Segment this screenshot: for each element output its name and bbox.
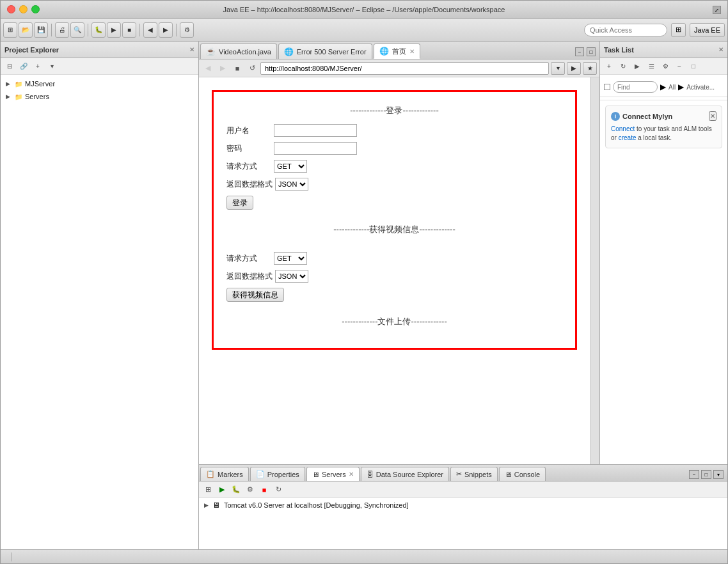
toolbar-debug-btn[interactable]: 🐛 <box>91 22 106 38</box>
connect-mylyn-header: i Connect Mylyn ✕ <box>611 111 716 121</box>
bottom-minimize-btn[interactable]: − <box>689 470 699 479</box>
editor-maximize-btn[interactable]: □ <box>587 47 596 56</box>
browser-forward-btn[interactable]: ▶ <box>216 62 229 75</box>
video-method-select[interactable]: GET POST <box>274 252 307 265</box>
bottom-tab-properties-label: Properties <box>267 471 299 478</box>
toolbar-run-btn[interactable]: ▶ <box>107 22 121 38</box>
minimize-button[interactable] <box>19 5 28 13</box>
task-panel-toolbar: + ↻ ▶ ☰ ⚙ − □ <box>600 58 727 75</box>
bottom-area: 📋 Markers 📄 Properties 🖥 Servers ✕ 🗄 <box>199 464 727 549</box>
editor-minimize-btn[interactable]: − <box>575 47 584 56</box>
explorer-menu-btn[interactable]: ▾ <box>45 61 58 72</box>
login-method-row: 请求方式 GET POST <box>226 160 562 173</box>
toolbar-extra-btn[interactable]: ⚙ <box>180 22 194 38</box>
username-input[interactable] <box>274 124 357 137</box>
toolbar-sep-4 <box>176 24 177 36</box>
task-activate-filter-btn[interactable]: Activate... <box>686 84 715 91</box>
login-format-select[interactable]: JSON XML <box>275 178 308 191</box>
bottom-tab-servers[interactable]: 🖥 Servers ✕ <box>306 467 360 481</box>
bottom-tab-datasource[interactable]: 🗄 Data Source Explorer <box>361 467 449 481</box>
login-button[interactable]: 登录 <box>226 196 253 210</box>
bottom-tab-console[interactable]: 🖥 Console <box>499 467 546 481</box>
connect-link[interactable]: Connect <box>611 125 635 132</box>
password-input[interactable] <box>274 142 357 155</box>
bottom-menu-btn[interactable]: ▾ <box>713 470 724 479</box>
toolbar-print-btn[interactable]: 🖨 <box>55 22 69 38</box>
task-settings-btn[interactable]: ⚙ <box>659 61 672 72</box>
browser-refresh-btn[interactable]: ↺ <box>246 62 258 75</box>
console-icon: 🖥 <box>505 471 512 478</box>
link-with-editor-btn[interactable]: 🔗 <box>17 61 30 72</box>
connect-mylyn-close-btn[interactable]: ✕ <box>709 111 716 121</box>
bottom-tab-bar: 📋 Markers 📄 Properties 🖥 Servers ✕ 🗄 <box>199 465 727 482</box>
new-item-btn[interactable]: + <box>31 61 44 72</box>
server-start-btn[interactable]: ▶ <box>216 484 228 496</box>
server-debug-start-btn[interactable]: 🐛 <box>230 484 242 496</box>
server-stop-btn[interactable]: ■ <box>258 484 271 496</box>
bottom-tab-markers[interactable]: 📋 Markers <box>200 467 249 481</box>
server-new-btn[interactable]: ⊞ <box>202 484 214 496</box>
task-activate-btn[interactable]: ▶ <box>631 61 644 72</box>
video-format-select[interactable]: JSON XML <box>275 270 308 283</box>
server-republish-btn[interactable]: ↻ <box>272 484 285 496</box>
bottom-maximize-btn[interactable]: □ <box>701 470 711 479</box>
servers-icon: 📁 <box>14 92 23 101</box>
task-all-btn[interactable]: All <box>669 84 676 91</box>
server-profile-btn[interactable]: ⚙ <box>244 484 257 496</box>
browser-go-btn[interactable]: ▶ <box>567 62 581 75</box>
server-list-area: ▶ 🖥 Tomcat v6.0 Server at localhost [Deb… <box>199 498 727 549</box>
create-link[interactable]: create <box>619 134 637 141</box>
tree-arrow-mjserver: ▶ <box>6 81 12 87</box>
task-maximize-btn[interactable]: □ <box>687 61 700 72</box>
project-tree: ▶ 📁 MJServer ▶ 📁 Servers <box>1 75 198 549</box>
task-new-btn[interactable]: + <box>603 61 615 72</box>
toolbar-search-btn[interactable]: 🔍 <box>70 22 84 38</box>
video-info-button[interactable]: 获得视频信息 <box>226 288 284 302</box>
tree-item-servers[interactable]: ▶ 📁 Servers <box>1 90 198 103</box>
task-filter-btn[interactable]: ☰ <box>645 61 658 72</box>
toolbar-back-btn[interactable]: ◀ <box>143 22 157 38</box>
browser-url-input[interactable] <box>260 62 549 75</box>
web-frame: -------------登录------------- 用户名 密码 <box>212 90 577 350</box>
tree-item-mjserver[interactable]: ▶ 📁 MJServer <box>1 77 198 90</box>
project-explorer-close[interactable]: ✕ <box>189 46 194 53</box>
browser-stop-btn[interactable]: ■ <box>231 62 244 75</box>
task-sync-btn[interactable]: ↻ <box>617 61 629 72</box>
login-section-title: -------------登录------------- <box>226 105 562 116</box>
traffic-lights <box>7 5 40 13</box>
maximize-button[interactable] <box>31 5 40 13</box>
quick-access-input[interactable] <box>584 24 667 36</box>
connect-mylyn-info-icon: i <box>611 112 620 121</box>
username-row: 用户名 <box>226 124 562 137</box>
login-method-select[interactable]: GET POST <box>274 160 307 173</box>
browser-dropdown-btn[interactable]: ▾ <box>551 62 565 75</box>
toolbar-open-btn[interactable]: 📂 <box>19 22 33 38</box>
bottom-tab-snippets[interactable]: ✂ Snippets <box>450 467 498 481</box>
bottom-tab-properties[interactable]: 📄 Properties <box>250 467 305 481</box>
browser-bookmark-btn[interactable]: ★ <box>583 62 597 75</box>
web-scrollbar[interactable] <box>590 77 599 464</box>
perspective-java-ee-btn[interactable]: Java EE <box>690 23 725 37</box>
tab-error500[interactable]: 🌐 Error 500 Server Error <box>278 43 372 59</box>
toolbar-sep-3 <box>139 24 140 36</box>
toolbar-stop-btn[interactable]: ■ <box>122 22 136 38</box>
perspective-btn-1[interactable]: ⊞ <box>671 23 686 37</box>
toolbar-forward-btn[interactable]: ▶ <box>159 22 173 38</box>
tab-homepage[interactable]: 🌐 首页 ✕ <box>374 43 420 59</box>
bottom-tab-servers-close[interactable]: ✕ <box>349 471 354 478</box>
task-list-close[interactable]: ✕ <box>718 46 724 53</box>
server-expand-arrow: ▶ <box>204 502 209 508</box>
close-button[interactable] <box>7 5 15 13</box>
toolbar-save-btn[interactable]: 💾 <box>34 22 48 38</box>
collapse-all-btn[interactable]: ⊟ <box>3 61 16 72</box>
tab-videoaction[interactable]: ☕ VideoAction.java <box>200 43 277 59</box>
task-list-panel: Task List ✕ + ↻ ▶ ☰ ⚙ − □ <box>599 42 727 464</box>
zoom-button[interactable]: ⤢ <box>713 6 721 14</box>
server-row-tomcat[interactable]: ▶ 🖥 Tomcat v6.0 Server at localhost [Deb… <box>199 498 727 512</box>
toolbar-new-btn[interactable]: ⊞ <box>3 22 17 38</box>
browser-back-btn[interactable]: ◀ <box>202 62 214 75</box>
window-title: Java EE – http://localhost:8080/MJServer… <box>223 6 505 13</box>
task-minimize-btn[interactable]: − <box>673 61 686 72</box>
tab-close-homepage[interactable]: ✕ <box>409 48 415 55</box>
task-find-input[interactable] <box>613 81 658 93</box>
